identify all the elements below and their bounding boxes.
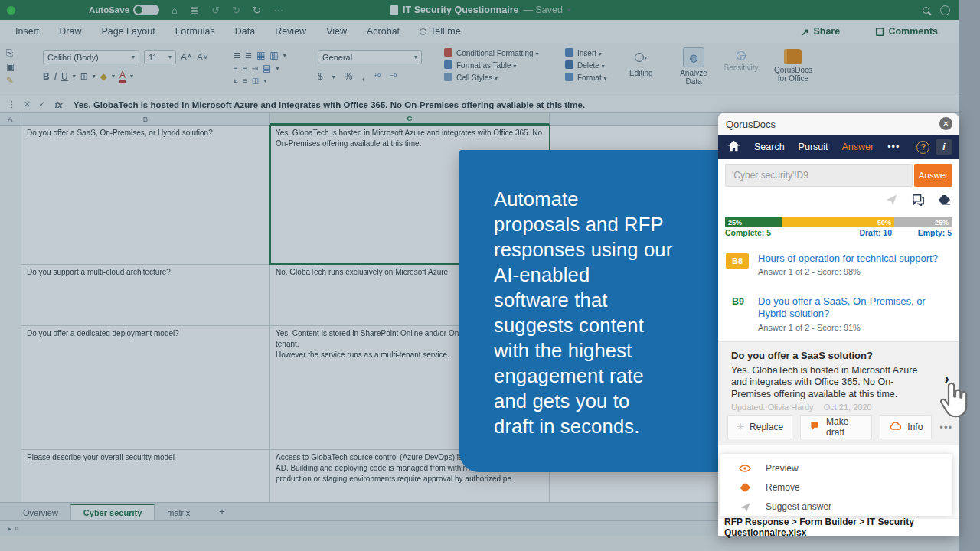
question-cell[interactable]: Do you offer a dedicated deployment mode…	[21, 326, 270, 449]
tab-data[interactable]: Data	[235, 26, 255, 37]
paste-icon[interactable]: ⎘	[6, 47, 15, 58]
indent-icon[interactable]: ⇥	[252, 64, 258, 73]
column-header-b[interactable]: B	[21, 113, 270, 125]
info-button[interactable]: Info	[880, 415, 932, 439]
window-control-dot[interactable]	[7, 6, 15, 15]
home-icon[interactable]	[727, 140, 740, 154]
align-top-icon[interactable]: ☰	[234, 51, 240, 60]
merge-icon[interactable]: ▥	[270, 50, 278, 60]
redo-icon[interactable]: ↻	[232, 5, 240, 16]
font-name-select[interactable]: Calibri (Body)▾	[43, 50, 139, 64]
decrease-decimal-icon[interactable]: ⁻⁰	[390, 73, 397, 81]
percent-icon[interactable]: %	[345, 71, 353, 82]
sheet-tab-cyber-security[interactable]: Cyber security	[70, 504, 155, 520]
nav-search[interactable]: Search	[754, 142, 785, 152]
autosave-toggle[interactable]: AutoSave	[89, 5, 159, 15]
editing-group[interactable]: ▾ Editing	[629, 47, 653, 77]
menu-item-suggest-answer[interactable]: Suggest answer	[720, 497, 952, 517]
tab-insert[interactable]: Insert	[15, 26, 39, 37]
align-middle-icon[interactable]: ☰	[245, 51, 252, 60]
make-draft-button[interactable]: Make draft	[800, 415, 872, 439]
font-color-button[interactable]: A	[119, 70, 126, 83]
enter-icon[interactable]: ✓	[38, 99, 45, 109]
share-button[interactable]: ↗Share	[801, 26, 840, 37]
menu-item-remove[interactable]: Remove	[720, 478, 952, 497]
tab-view[interactable]: View	[326, 26, 347, 37]
orientation-icon[interactable]: ⟀	[234, 76, 238, 85]
account-icon[interactable]	[940, 5, 950, 15]
column-header-a[interactable]: A	[0, 113, 21, 125]
align-left-icon[interactable]: ≡	[234, 64, 238, 73]
answer-button[interactable]: Answer	[914, 164, 952, 187]
wrap-text-icon[interactable]: ▦	[256, 50, 265, 60]
home-icon[interactable]: ⌂	[172, 5, 178, 16]
sheet-tab-matrix[interactable]: matrix	[155, 505, 202, 520]
send-icon[interactable]	[885, 193, 898, 206]
cancel-icon[interactable]: ✕	[24, 99, 31, 109]
bold-button[interactable]: B	[43, 71, 50, 82]
copy-icon[interactable]: ▣	[6, 61, 15, 72]
tab-acrobat[interactable]: Acrobat	[367, 26, 400, 37]
qorusdocs-ribbon-button[interactable]: QorusDocs for Office	[772, 47, 815, 83]
replace-button[interactable]: ✳ Replace	[727, 415, 792, 439]
format-painter-icon[interactable]: ✎	[6, 75, 15, 86]
macro-record-icon[interactable]: ▸⌗	[8, 524, 22, 533]
tab-draw[interactable]: Draw	[59, 26, 81, 37]
insert-cells-button[interactable]: Insert ▾	[565, 47, 606, 60]
chevron-down-icon[interactable]: ▾	[567, 7, 570, 14]
chat-icon[interactable]	[911, 194, 925, 206]
comments-button[interactable]: ❑Comments	[875, 26, 938, 37]
sheet-tab-overview[interactable]: Overview	[11, 505, 70, 520]
increase-font-icon[interactable]: A˄	[181, 52, 192, 63]
search-icon[interactable]	[923, 7, 929, 14]
tab-formulas[interactable]: Formulas	[175, 26, 215, 37]
fill-color-button[interactable]: ◆	[100, 71, 107, 82]
tab-page-layout[interactable]: Page Layout	[101, 26, 155, 37]
column-header-c[interactable]: C	[270, 113, 550, 125]
text-direction-icon[interactable]: ◫	[252, 77, 259, 85]
underline-button[interactable]: U	[61, 71, 68, 82]
eraser-icon[interactable]	[938, 194, 951, 205]
align-bottom-icon[interactable]: ≡	[243, 77, 247, 85]
italic-button[interactable]: I	[54, 71, 57, 82]
tell-me[interactable]: Tell me	[420, 26, 461, 37]
format-as-table-button[interactable]: Format as Table ▾	[444, 60, 538, 72]
info-icon[interactable]: i	[936, 139, 952, 155]
print-icon[interactable]: ▤	[190, 5, 199, 16]
number-format-select[interactable]: General▾	[318, 50, 422, 64]
align-center-icon[interactable]: ≡	[243, 64, 247, 73]
cell-styles-button[interactable]: Cell Styles ▾	[444, 72, 538, 84]
close-icon[interactable]: ✕	[939, 117, 952, 130]
question-item-b9[interactable]: B9 Do you offer a SaaS, On-Premises, or …	[726, 295, 951, 332]
font-size-select[interactable]: 11▾	[144, 50, 176, 64]
question-cell[interactable]: Do you offer a SaaS, On-Premises, or Hyb…	[21, 126, 270, 264]
refresh-icon[interactable]: ↻	[253, 5, 261, 16]
more-icon[interactable]: ⋯	[273, 5, 283, 16]
nav-more-icon[interactable]: •••	[887, 142, 900, 152]
borders-button[interactable]: ⊞	[80, 71, 88, 82]
increase-decimal-icon[interactable]: ⁺⁰	[374, 73, 381, 81]
decrease-font-icon[interactable]: A˅	[197, 52, 208, 63]
question-item-b8[interactable]: B8 Hours of operation for technical supp…	[726, 253, 951, 276]
conditional-formatting-button[interactable]: Conditional Formatting ▾	[444, 47, 538, 60]
currency-icon[interactable]: $	[318, 71, 323, 82]
more-actions-icon[interactable]: •••	[939, 422, 952, 433]
question-cell[interactable]: Do you support a multi-cloud architectur…	[21, 265, 270, 325]
formula-bar[interactable]: ⋮ ✕ ✓ fx Yes. GlobaTech is hosted in Mic…	[0, 96, 961, 113]
analyze-data-button[interactable]: ◍ Analyze Data	[677, 47, 710, 86]
undo-icon[interactable]: ↺	[211, 5, 220, 16]
tab-review[interactable]: Review	[275, 26, 306, 37]
question-link[interactable]: Do you offer a SaaS, On-Premises, or Hyb…	[758, 295, 951, 321]
add-sheet-button[interactable]: +	[213, 503, 231, 520]
menu-item-preview[interactable]: Preview	[720, 458, 952, 478]
cell-reference-input[interactable]	[725, 164, 913, 187]
nav-answer[interactable]: Answer	[842, 142, 874, 152]
comma-icon[interactable]: ,	[361, 71, 364, 82]
help-icon[interactable]: ?	[916, 141, 929, 154]
merge-center-icon[interactable]: ▤	[263, 63, 271, 73]
sensitivity-button[interactable]: ◶ Sensitivity	[723, 47, 760, 72]
delete-cells-button[interactable]: Delete ▾	[565, 60, 606, 72]
nav-pursuit[interactable]: Pursuit	[799, 142, 828, 152]
question-link[interactable]: Hours of operation for technical support…	[758, 253, 951, 265]
format-cells-button[interactable]: Format ▾	[565, 72, 606, 84]
